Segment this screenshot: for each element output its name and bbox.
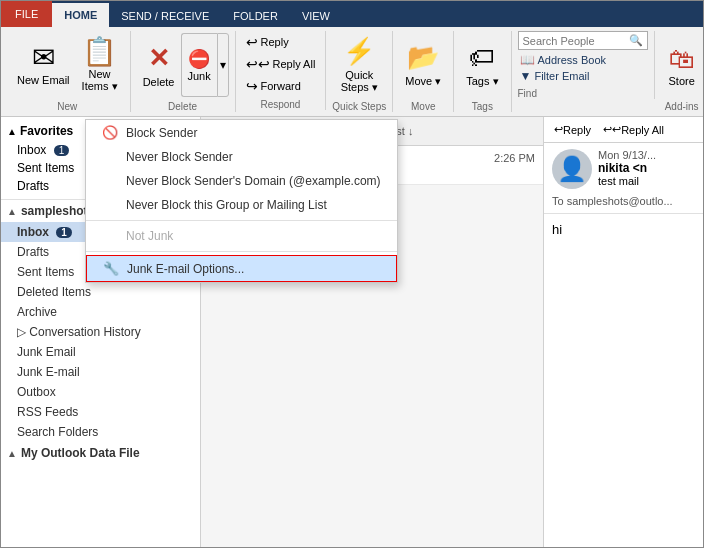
address-book-icon: 📖: [520, 53, 535, 67]
deleted-label: Deleted Items: [17, 285, 91, 299]
dropdown-divider-2: [86, 251, 397, 252]
dropdown-item-block-sender[interactable]: 🚫 Block Sender: [86, 120, 397, 145]
reading-reply-all-label: Reply All: [621, 124, 664, 136]
move-label: Move ▾: [405, 75, 441, 88]
conv-expand-icon: ▷: [17, 325, 29, 339]
sidebar-item-search-folders[interactable]: Search Folders: [1, 422, 200, 442]
dropdown-item-not-junk: Not Junk: [86, 224, 397, 248]
ribbon-group-new-content: ✉ New Email 📋 NewItems ▾: [11, 31, 124, 99]
ribbon-group-quicksteps-content: ⚡ QuickSteps ▾: [335, 31, 384, 99]
fav-inbox-label: Inbox: [17, 143, 46, 157]
reply-icon: ↩: [246, 34, 258, 50]
filter-email-label: Filter Email: [534, 70, 589, 82]
new-email-label: New Email: [17, 74, 70, 86]
move-icon: 📂: [407, 42, 439, 73]
reading-header-row: 👤 Mon 9/13/... nikita <n test mail: [552, 149, 695, 193]
dropdown-item-never-block-group[interactable]: Never Block this Group or Mailing List: [86, 193, 397, 217]
respond-col: ↩ Reply ↩↩ Reply All ↪ Forward: [242, 31, 320, 97]
address-book-link[interactable]: 📖 Address Book: [518, 52, 648, 68]
tab-folder[interactable]: FOLDER: [221, 5, 290, 27]
reply-all-icon: ↩↩: [246, 56, 270, 72]
ribbon-tabs: FILE HOME SEND / RECEIVE FOLDER VIEW: [1, 1, 703, 27]
favorites-label: Favorites: [20, 124, 73, 138]
dropdown-divider-1: [86, 220, 397, 221]
account-arrow-icon: ▲: [7, 206, 17, 217]
dropdown-item-never-block-sender[interactable]: Never Block Sender: [86, 145, 397, 169]
reading-to: To sampleshots@outlo...: [552, 195, 695, 207]
not-junk-label: Not Junk: [126, 229, 173, 243]
sidebar-item-rss[interactable]: RSS Feeds: [1, 402, 200, 422]
store-icon: 🛍: [669, 44, 695, 75]
reading-reply-button[interactable]: ↩ Reply: [550, 121, 595, 138]
reading-to-address: sampleshots@outlo...: [567, 195, 673, 207]
address-book-label: Address Book: [538, 54, 606, 66]
new-email-button[interactable]: ✉ New Email: [11, 31, 76, 99]
junk-options-label: Junk E-mail Options...: [127, 262, 244, 276]
sent-label: Sent Items: [17, 265, 74, 279]
store-button[interactable]: 🛍 Store: [661, 31, 703, 99]
sidebar-item-outbox[interactable]: Outbox: [1, 382, 200, 402]
reading-subject: test mail: [598, 175, 695, 187]
sidebar-item-archive[interactable]: Archive: [1, 302, 200, 322]
reading-pane: ↩ Reply ↩↩ Reply All 👤 Mon 9/13/... niki…: [543, 117, 703, 547]
tab-send-receive[interactable]: SEND / RECEIVE: [109, 5, 221, 27]
my-outlook-section: ▲ My Outlook Data File: [1, 442, 200, 464]
tab-file[interactable]: FILE: [1, 1, 52, 27]
ribbon-group-find-label: Find: [518, 88, 648, 99]
sidebar-item-deleted[interactable]: Deleted Items: [1, 282, 200, 302]
dropdown-item-junk-options[interactable]: 🔧 Junk E-mail Options...: [86, 255, 397, 282]
search-people-box[interactable]: 🔍: [518, 31, 648, 50]
reply-all-button[interactable]: ↩↩ Reply All: [242, 53, 320, 75]
never-block-group-label: Never Block this Group or Mailing List: [126, 198, 327, 212]
inbox-badge: 1: [56, 227, 72, 238]
junk-split-container: ⛔ Junk ▾: [181, 31, 229, 99]
reading-from: nikita <n: [598, 161, 695, 175]
junk-label: Junk: [187, 70, 210, 82]
move-button[interactable]: 📂 Move ▾: [399, 31, 447, 99]
my-outlook-header[interactable]: ▲ My Outlook Data File: [1, 442, 200, 464]
dropdown-item-never-block-domain[interactable]: Never Block Sender's Domain (@example.co…: [86, 169, 397, 193]
new-items-button[interactable]: 📋 NewItems ▾: [76, 31, 124, 99]
sidebar-item-junk-email2[interactable]: Junk E-mail: [1, 362, 200, 382]
filter-email-link[interactable]: ▼ Filter Email: [518, 68, 648, 84]
ribbon-group-tags-label: Tags: [472, 101, 493, 112]
ribbon-group-new-label: New: [57, 101, 77, 112]
junk-button[interactable]: ⛔ Junk: [181, 33, 217, 97]
never-block-sender-label: Never Block Sender: [126, 150, 233, 164]
outbox-label: Outbox: [17, 385, 56, 399]
favorites-arrow-icon: ▲: [7, 126, 17, 137]
filter-icon: ▼: [520, 69, 532, 83]
tags-icon: 🏷: [469, 42, 495, 73]
fav-sent-label: Sent Items: [17, 161, 74, 175]
tab-home[interactable]: HOME: [52, 3, 109, 27]
avatar: 👤: [552, 149, 592, 189]
ribbon-group-addins: 🛍 Store Add-ins: [655, 31, 704, 112]
ribbon-group-new: ✉ New Email 📋 NewItems ▾ New: [5, 31, 131, 112]
ribbon-group-tags: 🏷 Tags ▾ Tags: [454, 31, 511, 112]
junk-arrow-button[interactable]: ▾: [217, 33, 229, 97]
block-sender-icon: 🚫: [102, 125, 122, 140]
sidebar-item-conversation-history[interactable]: ▷ Conversation History: [1, 322, 200, 342]
quick-steps-label: QuickSteps ▾: [341, 69, 378, 94]
sidebar-item-junk-email[interactable]: Junk Email: [1, 342, 200, 362]
forward-button[interactable]: ↪ Forward: [242, 75, 320, 97]
ribbon-group-delete-label: Delete: [168, 101, 197, 112]
search-folders-label: Search Folders: [17, 425, 98, 439]
ribbon-group-quicksteps-label: Quick Steps: [332, 101, 386, 112]
tab-view[interactable]: VIEW: [290, 5, 342, 27]
reading-toolbar: ↩ Reply ↩↩ Reply All: [544, 117, 703, 143]
ribbon-group-move-content: 📂 Move ▾: [399, 31, 447, 99]
reading-reply-all-button[interactable]: ↩↩ Reply All: [599, 121, 668, 138]
delete-button[interactable]: ✕ Delete: [137, 31, 181, 99]
tags-button[interactable]: 🏷 Tags ▾: [460, 31, 504, 99]
reading-body: hi: [544, 214, 703, 245]
ribbon-group-find: 🔍 📖 Address Book ▼ Filter Email Find: [512, 31, 655, 99]
quick-steps-button[interactable]: ⚡ QuickSteps ▾: [335, 31, 384, 99]
dropdown-menu: 🚫 Block Sender Never Block Sender Never …: [85, 119, 398, 283]
new-items-icon: 📋: [82, 38, 117, 66]
search-people-input[interactable]: [523, 35, 629, 47]
ribbon: ✉ New Email 📋 NewItems ▾ New ✕ Delete: [1, 27, 703, 117]
reading-header: 👤 Mon 9/13/... nikita <n test mail To sa…: [544, 143, 703, 214]
reply-button[interactable]: ↩ Reply: [242, 31, 320, 53]
ribbon-group-move: 📂 Move ▾ Move: [393, 31, 454, 112]
